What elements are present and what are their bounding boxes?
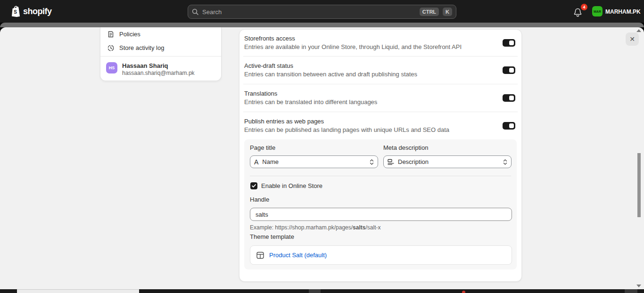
search-bar[interactable]: CTRL K <box>188 5 456 19</box>
checked-checkbox-icon[interactable] <box>250 182 257 189</box>
template-window-icon <box>256 251 264 260</box>
meta-description-value: Description <box>398 158 499 165</box>
sidebar-card: Policies Store activity log HS Hassaan S… <box>100 27 222 81</box>
user-name: Hassaan Shariq <box>122 62 195 69</box>
bell-icon <box>574 9 581 15</box>
enable-online-store-label: Enable in Online Store <box>261 182 322 189</box>
meta-description-select[interactable]: Description <box>383 155 512 168</box>
translations-toggle[interactable] <box>503 94 515 102</box>
multi-line-text-icon <box>388 159 394 165</box>
scrollbar-thumb[interactable] <box>637 153 641 217</box>
theme-template-label: Theme template <box>250 233 294 240</box>
setting-title: Active-draft status <box>244 62 417 70</box>
publish-entries-toggle[interactable] <box>503 122 515 130</box>
dimmed-page-edge <box>0 23 644 27</box>
shortcut-k-key: K <box>443 8 452 16</box>
handle-example-suffix: /salt-x <box>365 224 380 231</box>
notification-badge: 4 <box>581 4 587 10</box>
sidebar-item-store-activity-log[interactable]: Store activity log <box>100 41 221 55</box>
background-window-strip <box>0 289 644 293</box>
svg-text:S: S <box>14 9 17 15</box>
notifications-button[interactable]: 4 <box>573 6 586 17</box>
shopify-logo[interactable]: S shopify <box>10 6 52 17</box>
page-title-value: Name <box>262 158 366 165</box>
shopify-bag-icon: S <box>10 6 20 17</box>
sidebar-item-label: Policies <box>119 31 140 38</box>
meta-description-label: Meta description <box>383 144 428 151</box>
modal-backdrop: Policies Store activity log HS Hassaan S… <box>0 23 644 289</box>
single-line-text-icon: A <box>254 158 258 166</box>
theme-template-link[interactable]: Product Salt (default) <box>269 252 327 259</box>
storefronts-access-toggle[interactable] <box>503 39 515 47</box>
user-account-row[interactable]: HS Hassaan Shariq hassaan.shariq@marham.… <box>100 57 221 77</box>
handle-example-prefix: Example: https://shop.marham.pk/pages/ <box>250 224 353 231</box>
store-name[interactable]: MARHAM.PK <box>605 8 641 15</box>
store-avatar[interactable]: MAR <box>592 6 603 16</box>
panel-divider <box>250 176 511 176</box>
theme-template-box: Product Salt (default) <box>250 245 512 265</box>
search-icon <box>192 8 198 15</box>
user-avatar: HS <box>106 62 117 73</box>
setting-description: Entries can transition between active an… <box>244 70 417 79</box>
user-email: hassaan.shariq@marham.pk <box>122 69 195 77</box>
strip-segment <box>17 289 139 293</box>
handle-example-text: Example: https://shop.marham.pk/pages/sa… <box>250 224 380 231</box>
handle-input[interactable] <box>250 208 512 221</box>
policies-icon <box>107 31 115 38</box>
setting-description: Entries can be translated into different… <box>244 98 377 106</box>
active-draft-status-toggle[interactable] <box>503 66 515 74</box>
settings-sheet: Policies Store activity log HS Hassaan S… <box>0 27 644 289</box>
setting-row-translations: Translations Entries can be translated i… <box>239 84 521 112</box>
strip-segment <box>625 289 637 293</box>
page-title-label: Page title <box>250 144 275 151</box>
search-input[interactable] <box>202 8 416 16</box>
scrollbar-up-arrow[interactable] <box>636 29 641 32</box>
setting-row-active-draft-status: Active-draft status Entries can transiti… <box>239 57 521 84</box>
setting-row-publish-entries: Publish entries as web pages Entries can… <box>239 112 521 139</box>
page-title-select[interactable]: A Name <box>250 155 378 168</box>
chevron-updown-icon <box>503 159 507 165</box>
web-pages-panel: Page title Meta description A Name <box>244 139 517 269</box>
activity-log-icon <box>107 44 115 52</box>
close-button[interactable]: ✕ <box>626 33 639 46</box>
chevron-updown-icon <box>370 159 374 165</box>
setting-title: Publish entries as web pages <box>244 117 449 126</box>
strip-segment <box>309 289 321 293</box>
setting-title: Storefronts access <box>244 34 462 43</box>
shortcut-ctrl-key: CTRL <box>420 8 439 16</box>
setting-description: Entries can be published as landing page… <box>244 126 449 134</box>
setting-description: Entries are available in your Online Sto… <box>244 43 462 51</box>
topbar: S shopify CTRL K 4 MAR MARHAM.PK <box>0 0 644 23</box>
handle-label: Handle <box>250 196 269 203</box>
setting-title: Translations <box>244 90 377 98</box>
strip-notification-dot <box>462 291 465 293</box>
enable-online-store-checkbox-row[interactable]: Enable in Online Store <box>250 182 322 189</box>
scrollbar-down-arrow[interactable] <box>636 285 641 287</box>
setting-row-storefronts-access: Storefronts access Entries are available… <box>239 30 521 56</box>
strip-segment <box>0 289 17 293</box>
shopify-wordmark: shopify <box>23 7 52 16</box>
sidebar-item-policies[interactable]: Policies <box>100 27 221 41</box>
handle-example-handle: salts <box>353 224 365 231</box>
capabilities-card: Storefronts access Entries are available… <box>239 29 522 282</box>
sidebar-item-label: Store activity log <box>119 44 164 51</box>
